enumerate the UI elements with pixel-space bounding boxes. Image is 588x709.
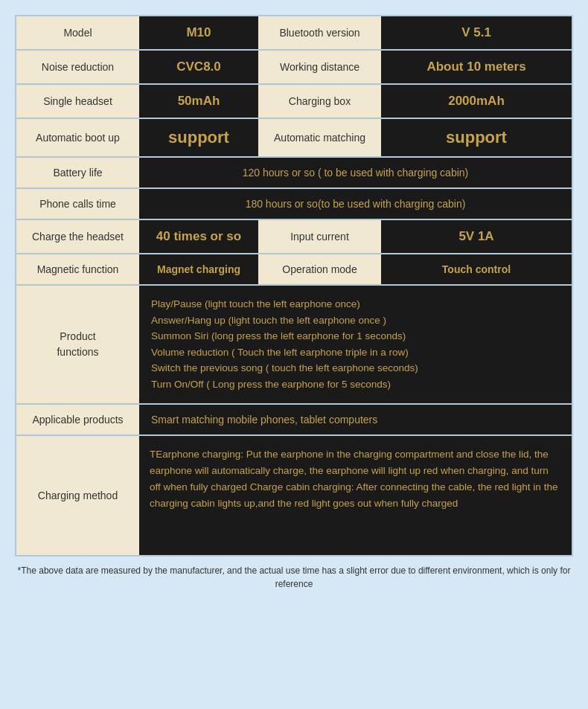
row-model-bluetooth: Model M10 Bluetooth version V 5.1 [16, 16, 572, 51]
label-input: Input current [258, 220, 381, 253]
row-battery: Battery life 120 hours or so ( to be use… [16, 158, 572, 189]
footnote: *The above data are measured by the manu… [15, 564, 573, 591]
label-charging-box: Charging box [258, 85, 381, 118]
row-boot-matching: Automatic boot up support Automatic matc… [16, 119, 572, 158]
row-single-charging: Single headset 50mAh Charging box 2000mA… [16, 85, 572, 119]
label-working: Working distance [258, 51, 381, 83]
value-operation: Touch control [381, 254, 572, 284]
value-charging-method: TEarphone charging: Put the earphone in … [139, 436, 572, 555]
label-magnetic: Magnetic function [16, 254, 139, 284]
specs-table: Model M10 Bluetooth version V 5.1 Noise … [15, 15, 573, 556]
value-magnetic: Magnet charging [139, 254, 258, 284]
label-functions: Productfunctions [16, 286, 139, 403]
value-working: About 10 meters [381, 51, 572, 83]
label-matching: Automatic matching [258, 119, 381, 156]
value-phone: 180 hours or so(to be used with charging… [139, 189, 572, 219]
row-charging-method: Charging method TEarphone charging: Put … [16, 436, 572, 555]
label-operation: Operation mode [258, 254, 381, 284]
value-charging-box: 2000mAh [381, 85, 572, 118]
value-matching: support [381, 119, 572, 156]
label-noise: Noise reduction [16, 51, 139, 83]
row-applicable: Applicable products Smart matching mobil… [16, 405, 572, 436]
label-single: Single headset [16, 85, 139, 118]
value-functions: Play/Pause (light touch the left earphon… [139, 286, 572, 403]
label-bluetooth: Bluetooth version [258, 16, 381, 49]
value-noise: CVC8.0 [139, 51, 258, 83]
row-magnetic-operation: Magnetic function Magnet charging Operat… [16, 254, 572, 286]
row-charge-input: Charge the headset 40 times or so Input … [16, 220, 572, 254]
value-input: 5V 1A [381, 220, 572, 253]
value-charge: 40 times or so [139, 220, 258, 253]
value-battery: 120 hours or so ( to be used with chargi… [139, 158, 572, 187]
row-noise-working: Noise reduction CVC8.0 Working distance … [16, 51, 572, 85]
row-product-functions: Productfunctions Play/Pause (light touch… [16, 286, 572, 405]
label-battery: Battery life [16, 158, 139, 187]
value-boot: support [139, 119, 258, 156]
label-boot: Automatic boot up [16, 119, 139, 156]
value-applicable: Smart matching mobile phones, tablet com… [139, 405, 572, 434]
label-applicable: Applicable products [16, 405, 139, 434]
row-phone-calls: Phone calls time 180 hours or so(to be u… [16, 189, 572, 220]
label-phone: Phone calls time [16, 189, 139, 219]
value-single: 50mAh [139, 85, 258, 118]
label-model: Model [16, 16, 139, 49]
value-model: M10 [139, 16, 258, 49]
label-charge: Charge the headset [16, 220, 139, 253]
value-bluetooth: V 5.1 [381, 16, 572, 49]
label-charging-method: Charging method [16, 436, 139, 555]
